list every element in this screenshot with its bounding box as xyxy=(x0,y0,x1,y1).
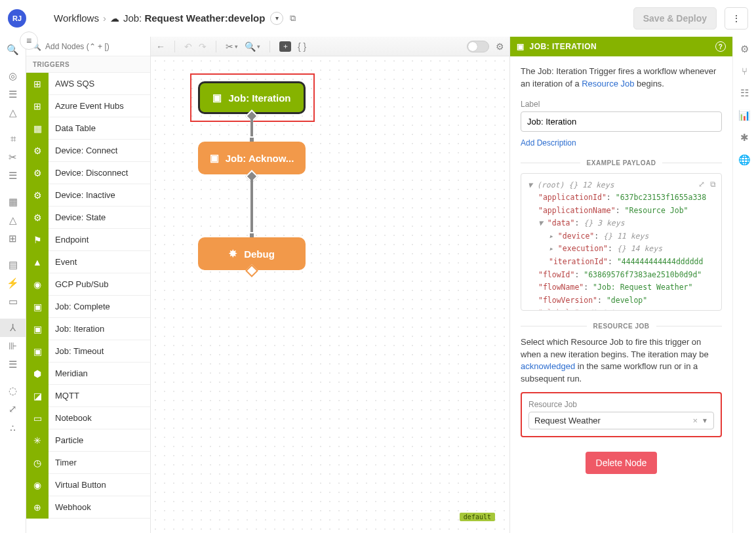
pl-device: {} 11 keys xyxy=(603,231,648,241)
topbar: RJ Workflows › ☁ Job: Request Weather:de… xyxy=(0,0,756,37)
resource-job-link[interactable]: Resource Job xyxy=(582,79,634,89)
pl-iter: "444444444444dddddd xyxy=(617,257,704,266)
branch-dropdown-icon[interactable]: ▾ xyxy=(270,12,283,25)
rail-tools-icon[interactable]: ✂ xyxy=(0,148,26,167)
rail-branch-icon[interactable]: ⑂ xyxy=(742,66,747,77)
pl-root: (root) xyxy=(537,180,565,189)
breadcrumb-root[interactable]: Workflows xyxy=(54,12,99,24)
trigger-item[interactable]: ▣Job: Complete xyxy=(26,296,150,318)
rail-gauge-icon[interactable]: ◎ xyxy=(0,67,26,85)
trigger-label: Meridian xyxy=(49,368,88,378)
toolbar-toggle[interactable] xyxy=(467,41,489,52)
rail-grid-icon[interactable]: ▦ xyxy=(0,193,26,211)
rail-stack-icon[interactable]: ☰ xyxy=(0,355,26,374)
breadcrumb-job[interactable]: Job: Request Weather:develop xyxy=(123,12,265,24)
toolbar-back-icon[interactable]: ← xyxy=(156,41,165,52)
rail-bolt-icon[interactable]: ⚡ xyxy=(0,274,26,292)
rail-db-icon[interactable]: ☷ xyxy=(740,87,749,99)
rail-wand-icon[interactable]: ⤢ xyxy=(0,400,26,418)
trigger-item[interactable]: ◪MQTT xyxy=(26,385,150,407)
trigger-label: MQTT xyxy=(49,391,79,401)
copy-icon[interactable]: ⧉ xyxy=(290,13,296,24)
help-icon[interactable]: ? xyxy=(715,41,726,52)
example-payload-divider: EXAMPLE PAYLOAD xyxy=(521,159,722,167)
node-search-input[interactable] xyxy=(45,42,145,51)
rail-flow-icon[interactable]: ⅄ xyxy=(0,319,26,337)
more-menu-button[interactable]: ⋮ xyxy=(725,7,748,30)
pl-appid: "637bc23153f1655a338 xyxy=(616,193,706,202)
rail-globe-icon[interactable]: 🌐 xyxy=(738,154,751,166)
trigger-item[interactable]: ▦Data Table xyxy=(26,117,150,140)
toolbar-add-icon[interactable]: ＋ xyxy=(279,41,291,52)
workflow-canvas[interactable]: ▣ Job: Iteration ▣ Job: Acknow... ✸ Debu… xyxy=(151,56,509,533)
resource-job-description: Select which Resource Job to fire this t… xyxy=(521,336,722,385)
trigger-icon: ▲ xyxy=(26,251,49,273)
hamburger-icon[interactable]: ≡ xyxy=(20,31,38,50)
rail-gear-icon[interactable]: ⚙ xyxy=(740,43,749,55)
payload-copy-icon[interactable]: ⧉ xyxy=(710,178,716,191)
rail-book-icon[interactable]: ▭ xyxy=(0,292,26,311)
acknowledged-link[interactable]: acknowledged xyxy=(521,361,575,371)
delete-node-button[interactable]: Delete Node xyxy=(586,452,658,474)
pl-flowver: "develop" xyxy=(607,296,647,305)
resource-job-divider: RESOURCE JOB xyxy=(521,323,722,330)
trigger-item[interactable]: ⊞AWS SQS xyxy=(26,73,150,95)
trigger-item[interactable]: ◉Virtual Button xyxy=(26,474,150,496)
trigger-item[interactable]: ⚙Device: Disconnect xyxy=(26,162,150,184)
trigger-item[interactable]: ⊞Azure Event Hubs xyxy=(26,95,150,117)
trigger-item[interactable]: ◷Timer xyxy=(26,452,150,474)
node-iteration-icon: ▣ xyxy=(212,92,222,104)
resource-job-box: Resource Job Request Weather × ▼ xyxy=(521,392,722,437)
trigger-item[interactable]: ⊕Webhook xyxy=(26,496,150,519)
rail-chip-icon[interactable]: ⌗ xyxy=(0,130,26,148)
rail-sliders-icon[interactable]: ⊪ xyxy=(0,337,26,355)
trigger-item[interactable]: ◉GCP Pub/Sub xyxy=(26,273,150,296)
rail-triangle-icon[interactable]: △ xyxy=(0,211,26,229)
toolbar-undo-icon[interactable]: ↶ xyxy=(184,41,192,52)
rail-people-icon[interactable]: ⛬ xyxy=(0,418,26,437)
label-input[interactable] xyxy=(521,111,722,132)
rail-doc-icon[interactable]: ☰ xyxy=(0,167,26,185)
rail-bug-icon[interactable]: ✱ xyxy=(740,132,749,144)
toolbar-redo-icon[interactable]: ↷ xyxy=(199,41,207,52)
pl-appname: "Resource Job" xyxy=(625,206,688,215)
trigger-icon: ⚙ xyxy=(26,140,49,162)
avatar[interactable]: RJ xyxy=(8,9,26,28)
rail-chart-icon[interactable]: 📊 xyxy=(738,109,751,121)
trigger-item[interactable]: ⚙Device: State xyxy=(26,207,150,229)
rail-layers-icon[interactable]: ☰ xyxy=(0,85,26,104)
canvas-toolbar: ← ↶ ↷ ✂▾ 🔍▾ ＋ { } ⚙ xyxy=(151,37,509,56)
toolbar-zoom-icon[interactable]: 🔍▾ xyxy=(245,41,260,52)
toolbar-cut-icon[interactable]: ✂▾ xyxy=(226,41,238,52)
resource-job-select[interactable]: Request Weather × ▼ xyxy=(528,412,714,429)
trigger-item[interactable]: ⬢Meridian xyxy=(26,363,150,385)
clear-icon[interactable]: × xyxy=(693,416,698,425)
add-description-link[interactable]: Add Description xyxy=(521,138,576,148)
rail-warning-icon[interactable]: △ xyxy=(0,104,26,122)
trigger-item[interactable]: ▣Job: Iteration xyxy=(26,318,150,340)
rail-widget-icon[interactable]: ⊞ xyxy=(0,229,26,248)
desc-post: begins. xyxy=(634,79,664,89)
node-search[interactable]: 🔍 xyxy=(26,37,150,56)
trigger-item[interactable]: ⚙Device: Inactive xyxy=(26,184,150,207)
payload-expand-icon[interactable]: ⤢ xyxy=(698,178,705,191)
rail-page-icon[interactable]: ▤ xyxy=(0,256,26,274)
trigger-icon: ⊞ xyxy=(26,95,49,117)
trigger-item[interactable]: ✳Particle xyxy=(26,429,150,452)
trigger-label: Job: Timeout xyxy=(49,346,104,356)
trigger-label: Job: Iteration xyxy=(49,324,104,334)
breadcrumb-job-name: Request Weather: xyxy=(144,12,228,24)
trigger-label: Device: State xyxy=(49,212,106,222)
toolbar-gear-icon[interactable]: ⚙ xyxy=(496,41,504,52)
trigger-item[interactable]: ▭Notebook xyxy=(26,407,150,429)
payload-viewer[interactable]: ⤢ ⧉ ▼ (root) {} 12 keys "applicationId":… xyxy=(521,173,722,311)
chevron-down-icon[interactable]: ▼ xyxy=(702,417,708,424)
trigger-item[interactable]: ⚙Device: Connect xyxy=(26,140,150,162)
example-payload-label: EXAMPLE PAYLOAD xyxy=(580,159,663,167)
trigger-label: Device: Inactive xyxy=(49,190,115,200)
rail-drop-icon[interactable]: ◌ xyxy=(0,382,26,400)
trigger-item[interactable]: ⚑Endpoint xyxy=(26,229,150,251)
trigger-item[interactable]: ▣Job: Timeout xyxy=(26,340,150,363)
trigger-item[interactable]: ▲Event xyxy=(26,251,150,273)
toolbar-code-icon[interactable]: { } xyxy=(298,41,306,52)
